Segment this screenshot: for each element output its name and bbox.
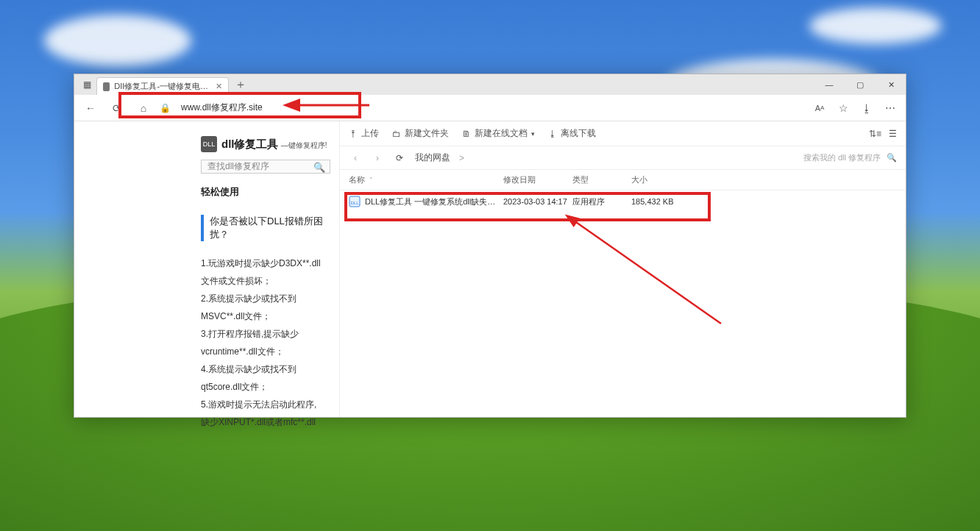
file-row[interactable]: DLL DLL修复工具 一键修复系统dll缺失问题… 2023-03-03 14… [340,190,906,213]
address-bar-row: ← ⟳ ⌂ 🔒 www.dll修复程序.site AA ☆ ⭳ ⋯ [74,95,906,121]
view-sort-button[interactable]: ⇅≡ [869,129,881,139]
folder-plus-icon: 🗀 [392,129,401,139]
upload-label: 上传 [361,127,379,140]
sidebar-question-heading: 你是否被以下DLL报错所困扰？ [201,215,330,241]
list-item: 4.系统提示缺少或找不到 [201,360,330,378]
left-gutter [74,121,192,417]
search-icon: 🔍 [313,161,325,172]
logo-title: dll修复工具 [221,138,279,150]
document-icon: 🗎 [462,129,471,139]
logo-row: DLL dll修复工具 —键修复程序! [201,136,330,152]
logo-icon: DLL [201,136,217,152]
download-icon: ⭳ [548,129,557,139]
back-button[interactable]: ← [80,98,101,118]
url-text: www.dll修复程序.site [177,101,263,114]
chevron-down-icon: ▾ [531,130,535,138]
downloads-button[interactable]: ⭳ [857,98,876,118]
sidebar-search-input[interactable]: 查找dll修复程序 🔍 [201,160,330,174]
browser-tab[interactable]: DII修复工具-一键修复电脑丢失D… ✕ [96,77,229,95]
sidebar: DLL dll修复工具 —键修复程序! 查找dll修复程序 🔍 轻松使用 你是否… [192,121,339,417]
list-item: 5.游戏时提示无法启动此程序, [201,396,330,413]
file-size: 185,432 KB [631,197,697,206]
new-folder-button[interactable]: 🗀 新建文件夹 [392,127,449,140]
nav-forward-button[interactable]: › [371,153,384,163]
upload-button[interactable]: ⭱ 上传 [349,127,379,140]
tabs-overview-icon[interactable]: ▦ [80,78,93,91]
file-date: 2023-03-03 14:17 [503,197,572,206]
sidebar-issue-list: 1.玩游戏时提示缺少D3DX**.dll 文件或文件损坏； 2.系统提示缺少或找… [201,254,330,431]
nav-back-button[interactable]: ‹ [349,153,362,163]
file-panel: ⭱ 上传 🗀 新建文件夹 🗎 新建在线文档 ▾ ⭳ 离线下载 ⇅≡ [339,121,906,417]
refresh-button[interactable]: ⟳ [107,98,127,118]
close-window-button[interactable]: ✕ [876,74,906,95]
list-item: MSVC**.dll文件； [201,307,330,325]
file-search-placeholder: 搜索我的 dll 修复程序 [803,152,881,163]
search-icon[interactable]: 🔍 [887,153,897,163]
lock-icon: 🔒 [160,103,171,113]
logo-subtitle: —键修复程序! [281,141,327,149]
view-list-button[interactable]: ☰ [889,129,897,139]
col-header-date[interactable]: 修改日期 [503,174,572,185]
home-button[interactable]: ⌂ [133,98,154,118]
favorite-button[interactable]: ☆ [834,98,853,118]
list-item: vcruntime**.dll文件； [201,343,330,360]
url-box[interactable]: 🔒 www.dll修复程序.site [160,98,263,118]
breadcrumb-root[interactable]: 我的网盘 [415,152,450,164]
list-item: 缺少XINPUT*.dll或者mfc**.dll [201,413,330,431]
col-header-name[interactable]: 名称 ˅ [349,174,503,185]
new-online-doc-button[interactable]: 🗎 新建在线文档 ▾ [462,127,535,140]
close-tab-icon[interactable]: ✕ [216,82,222,91]
offline-download-label: 离线下载 [561,127,596,140]
new-tab-button[interactable]: ＋ [232,77,249,93]
upload-icon: ⭱ [349,129,358,139]
file-type: 应用程序 [572,196,631,207]
offline-download-button[interactable]: ⭳ 离线下载 [548,127,596,140]
nav-refresh-button[interactable]: ⟳ [393,153,406,163]
list-item: 3.打开程序报错,提示缺少 [201,325,330,343]
sidebar-section-easy-use: 轻松使用 [201,185,330,199]
list-item: 文件或文件损坏； [201,272,330,290]
column-headers: 名称 ˅ 修改日期 类型 大小 [340,170,906,190]
text-size-button[interactable]: AA [810,98,829,118]
menu-button[interactable]: ⋯ [881,98,900,118]
tab-strip: ▦ DII修复工具-一键修复电脑丢失D… ✕ ＋ — ▢ ✕ [74,74,906,95]
minimize-button[interactable]: — [814,74,844,95]
sidebar-search-placeholder: 查找dll修复程序 [207,160,269,173]
browser-window: ▦ DII修复工具-一键修复电脑丢失D… ✕ ＋ — ▢ ✕ ← ⟳ ⌂ 🔒 w… [74,74,906,418]
col-header-type[interactable]: 类型 [572,174,631,185]
sort-indicator-icon: ˅ [369,177,373,184]
list-item: 1.玩游戏时提示缺少D3DX**.dll [201,254,330,272]
list-item: 2.系统提示缺少或找不到 [201,290,330,307]
breadcrumb-bar: ‹ › ⟳ 我的网盘 > 搜索我的 dll 修复程序 🔍 [340,146,906,170]
col-header-size[interactable]: 大小 [631,174,697,185]
content-area: DLL dll修复工具 —键修复程序! 查找dll修复程序 🔍 轻松使用 你是否… [74,121,906,417]
favicon-icon [103,82,110,91]
list-item: qt5core.dll文件； [201,378,330,396]
new-folder-label: 新建文件夹 [405,127,449,140]
file-toolbar: ⭱ 上传 🗀 新建文件夹 🗎 新建在线文档 ▾ ⭳ 离线下载 ⇅≡ [340,121,906,146]
new-online-doc-label: 新建在线文档 [475,127,528,140]
file-name: DLL修复工具 一键修复系统dll缺失问题… [365,196,497,207]
svg-text:DLL: DLL [350,201,359,205]
tab-title: DII修复工具-一键修复电脑丢失D… [114,81,211,92]
maximize-button[interactable]: ▢ [845,74,875,95]
window-controls: — ▢ ✕ [814,74,906,95]
breadcrumb-sep: > [459,153,464,163]
file-type-icon: DLL [349,196,361,207]
